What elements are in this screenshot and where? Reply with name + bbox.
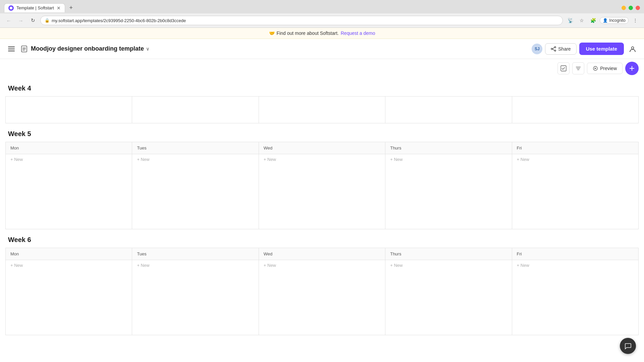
week-6-section: Week 6 Mon + New Tues + New Wed + New Th… <box>0 229 644 335</box>
week6-mon-col: Mon + New <box>6 248 132 335</box>
week-6-header: Week 6 <box>0 229 644 248</box>
banner-emoji: 🤝 <box>269 31 275 36</box>
week-6-grid: Mon + New Tues + New Wed + New Thurs + N… <box>5 248 639 335</box>
checklist-icon-button[interactable] <box>557 62 570 74</box>
request-demo-link[interactable]: Request a demo <box>341 31 375 36</box>
svg-point-10 <box>551 48 552 50</box>
svg-line-12 <box>552 49 554 51</box>
week6-mon-new[interactable]: + New <box>6 260 132 270</box>
use-template-button[interactable]: Use template <box>579 43 624 55</box>
close-button[interactable] <box>636 6 640 10</box>
week5-tues-header: Tues <box>132 142 258 154</box>
week5-fri-new[interactable]: + New <box>512 154 638 165</box>
forward-button[interactable]: → <box>16 16 25 25</box>
svg-rect-5 <box>22 48 26 48</box>
week6-fri-header: Fri <box>512 248 638 260</box>
week6-mon-header: Mon <box>6 248 132 260</box>
svg-line-11 <box>552 47 554 49</box>
bookmark-icon[interactable]: ☆ <box>577 16 586 25</box>
week6-thurs-col: Thurs + New <box>385 248 512 335</box>
browser-tab[interactable]: Template | Softstart ✕ <box>4 3 65 12</box>
week5-tues-new[interactable]: + New <box>132 154 258 165</box>
week6-wed-header: Wed <box>259 248 385 260</box>
info-banner: 🤝 Find out more about Softstart. Request… <box>0 28 644 39</box>
browser-menu-icon[interactable]: ⋮ <box>631 16 640 25</box>
week6-tues-col: Tues + New <box>132 248 259 335</box>
minimize-button[interactable] <box>622 6 626 10</box>
week4-wed-col <box>259 97 385 123</box>
content-toolbar: Preview <box>0 59 644 78</box>
week5-fri-col: Fri + New <box>512 142 639 229</box>
app-header: Moodjoy designer onboarding template ∨ S… <box>0 39 644 59</box>
week5-wed-new[interactable]: + New <box>259 154 385 165</box>
new-tab-button[interactable]: + <box>66 3 76 12</box>
week6-fri-new[interactable]: + New <box>512 260 638 270</box>
week-5-header: Week 5 <box>0 123 644 142</box>
svg-marker-19 <box>595 68 596 69</box>
week4-fri-col <box>512 97 639 123</box>
filter-icon-button[interactable] <box>572 62 584 74</box>
svg-rect-6 <box>22 49 26 49</box>
week-4-section: Week 4 <box>0 78 644 123</box>
svg-rect-1 <box>8 47 15 47</box>
browser-chrome: Template | Softstart ✕ + ← → ↻ 🔒 my.soft… <box>0 0 644 28</box>
week6-tues-new[interactable]: + New <box>132 260 258 270</box>
svg-point-0 <box>10 7 12 9</box>
svg-rect-7 <box>22 50 25 51</box>
menu-button[interactable] <box>5 43 17 55</box>
dropdown-arrow-icon: ∨ <box>146 46 149 52</box>
back-button[interactable]: ← <box>4 16 13 25</box>
week5-fri-header: Fri <box>512 142 638 154</box>
week6-wed-new[interactable]: + New <box>259 260 385 270</box>
week5-wed-header: Wed <box>259 142 385 154</box>
week6-wed-col: Wed + New <box>259 248 385 335</box>
main-content: Preview Week 4 Week 5 Mon + New Tues + N… <box>0 59 644 349</box>
svg-point-13 <box>632 47 634 49</box>
week5-tues-col: Tues + New <box>132 142 259 229</box>
week4-tues-col <box>132 97 259 123</box>
banner-text: Find out more about Softstart. <box>277 31 339 36</box>
svg-rect-2 <box>8 49 15 49</box>
maximize-button[interactable] <box>629 6 633 10</box>
lock-icon: 🔒 <box>45 18 50 23</box>
week6-tues-header: Tues <box>132 248 258 260</box>
week-4-grid <box>5 96 639 123</box>
week4-thurs-col <box>385 97 512 123</box>
preview-button[interactable]: Preview <box>587 63 623 74</box>
week5-thurs-new[interactable]: + New <box>385 154 512 165</box>
add-button[interactable] <box>625 62 639 75</box>
tab-favicon <box>8 5 14 11</box>
doc-icon <box>19 44 29 54</box>
week5-mon-new[interactable]: + New <box>6 154 132 165</box>
url-text: my.softstart.app/templates/2c93995d-2250… <box>52 18 558 23</box>
user-avatar[interactable]: SJ <box>532 44 542 54</box>
week-5-section: Week 5 Mon + New Tues + New Wed + New Th… <box>0 123 644 229</box>
profile-settings-button[interactable] <box>627 43 639 55</box>
week5-mon-header: Mon <box>6 142 132 154</box>
profile-icon[interactable]: 👤 Incognito <box>600 17 629 24</box>
share-button[interactable]: Share <box>545 43 576 55</box>
week5-wed-col: Wed + New <box>259 142 385 229</box>
svg-point-9 <box>554 50 556 51</box>
week5-mon-col: Mon + New <box>6 142 132 229</box>
tab-title: Template | Softstart <box>16 5 54 10</box>
close-tab-icon[interactable]: ✕ <box>57 5 61 11</box>
svg-point-8 <box>554 47 556 48</box>
week5-thurs-header: Thurs <box>385 142 512 154</box>
svg-rect-3 <box>8 51 15 51</box>
extensions-icon[interactable]: 🧩 <box>588 16 598 25</box>
week-4-header: Week 4 <box>0 78 644 96</box>
week5-thurs-col: Thurs + New <box>385 142 512 229</box>
doc-title[interactable]: Moodjoy designer onboarding template ∨ <box>31 45 149 52</box>
reload-button[interactable]: ↻ <box>28 16 38 25</box>
week6-thurs-new[interactable]: + New <box>385 260 512 270</box>
cast-icon[interactable]: 📡 <box>566 16 575 25</box>
week-5-grid: Mon + New Tues + New Wed + New Thurs + N… <box>5 142 639 229</box>
week6-fri-col: Fri + New <box>512 248 639 335</box>
address-bar[interactable]: 🔒 my.softstart.app/templates/2c93995d-22… <box>40 16 563 25</box>
week6-thurs-header: Thurs <box>385 248 512 260</box>
week4-mon-col <box>6 97 132 123</box>
